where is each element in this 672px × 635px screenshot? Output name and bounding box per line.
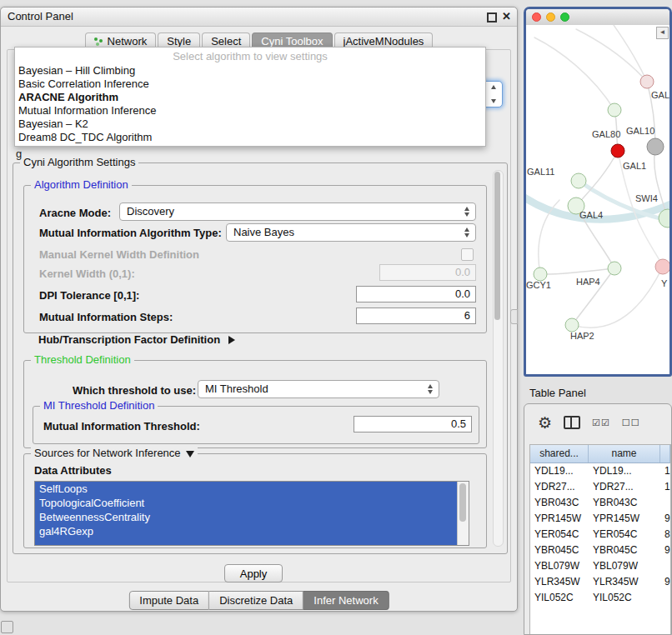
data-attributes-label: Data Attributes	[34, 464, 112, 477]
table-row[interactable]: YIL052CYIL052C	[530, 590, 670, 606]
threshold-definition-title: Threshold Definition	[31, 353, 134, 366]
manual-kernel-checkbox[interactable]	[461, 248, 474, 261]
control-panel-window: Control Panel ✕ NetworkStyleSelectCyni T…	[0, 7, 518, 612]
table-cell: YBL079W	[530, 558, 589, 574]
collapsed-panel-icon[interactable]	[1, 621, 13, 633]
network-node[interactable]	[611, 144, 624, 158]
covered-label-fragment: g	[16, 148, 22, 160]
mi-threshold-group-title: MI Threshold Definition	[40, 399, 158, 412]
table-cell: YLR345W	[589, 574, 660, 590]
dropdown-item-mutual-information-inference[interactable]: Mutual Information Inference	[15, 104, 485, 118]
node-label: Y	[661, 278, 668, 288]
node-table: shared...name YDL19...YDL19...13YDR27...…	[529, 444, 671, 634]
node-label: HAP4	[576, 277, 600, 287]
settings-scroll-thumb[interactable]	[494, 172, 500, 320]
column-header-name[interactable]: name	[589, 445, 660, 462]
table-toolbar: ⚙ ☑☑ ☐☐	[524, 408, 640, 438]
which-threshold-value: MI Threshold	[205, 381, 268, 398]
node-label: GAL80	[592, 129, 620, 139]
network-node[interactable]	[655, 259, 669, 274]
dropdown-item-bayesian-k2[interactable]: Bayesian – K2	[15, 118, 485, 131]
table-cell: YIL052C	[530, 590, 589, 606]
table-row[interactable]: YDR27...YDR27...12	[530, 479, 670, 495]
list-scrollbar[interactable]	[457, 482, 469, 545]
network-node[interactable]	[608, 262, 621, 275]
dpi-tolerance-field[interactable]: 0.0	[356, 286, 476, 302]
threshold-definition-group: Threshold Definition Which threshold to …	[23, 360, 487, 448]
network-window-titlebar	[526, 9, 669, 26]
mi-steps-field[interactable]: 6	[356, 308, 476, 324]
attribute-item-gal4rgexp[interactable]: gal4RGexp	[35, 524, 469, 538]
apply-button[interactable]: Apply	[224, 564, 283, 582]
table-row[interactable]: YBL079WYBL079W	[530, 558, 670, 574]
panel-resize-handle[interactable]	[510, 309, 518, 324]
kernel-width-field[interactable]: 0.0	[379, 264, 476, 281]
table-row[interactable]: YLR345WYLR345W9.	[530, 574, 670, 590]
dropdown-item-bayesian-hill-climbing[interactable]: Bayesian – Hill Climbing	[15, 64, 485, 78]
network-node[interactable]	[608, 103, 621, 117]
node-label: HAP2	[570, 331, 594, 341]
attribute-item-partial[interactable]	[35, 538, 469, 545]
dropdown-item-dream8-dc-tdc-algorithm[interactable]: Dream8 DC_TDC Algorithm	[15, 131, 485, 144]
network-node[interactable]	[571, 173, 586, 188]
close-button[interactable]	[532, 12, 541, 22]
network-edge	[534, 38, 614, 110]
control-panel-titlebar: Control Panel ✕	[1, 8, 517, 27]
close-icon[interactable]: ✕	[502, 8, 511, 26]
table-row[interactable]: YER054CYER054C8.	[530, 527, 670, 542]
table-cell	[660, 558, 670, 574]
aracne-mode-select[interactable]: Discovery	[119, 202, 476, 221]
mi-threshold-field[interactable]: 0.5	[354, 416, 472, 432]
table-cell: YPR145W	[589, 511, 660, 527]
network-node[interactable]	[647, 138, 664, 155]
column-header-extra[interactable]	[660, 445, 670, 462]
table-cell: YDL19...	[530, 463, 589, 479]
network-canvas[interactable]: GALGAL80GAL10GAL11GAL1SWI4GAL4GCY1HAP4YH…	[526, 25, 669, 374]
select-all-icon[interactable]: ☑☑	[592, 418, 610, 428]
network-view-window: GALGAL80GAL10GAL11GAL1SWI4GAL4GCY1HAP4YH…	[524, 7, 672, 377]
tab-label: Style	[167, 35, 191, 48]
tab-discretize-data[interactable]: Discretize Data	[209, 591, 303, 610]
node-label: GAL	[651, 90, 669, 100]
attribute-item-selfloops[interactable]: SelfLoops	[35, 482, 469, 496]
table-row[interactable]: YBR045CYBR045C9.	[530, 542, 670, 558]
table-row[interactable]: YDL19...YDL19...13	[530, 463, 670, 479]
hub-definition-toggle[interactable]: Hub/Transcription Factor Definition	[38, 333, 235, 346]
table-cell: 9.	[660, 542, 670, 558]
tab-infer-network[interactable]: Infer Network	[303, 591, 389, 610]
network-node[interactable]	[565, 318, 579, 332]
which-threshold-select[interactable]: MI Threshold	[198, 380, 439, 398]
node-label: SWI4	[635, 193, 658, 203]
attribute-item-topologicalcoefficient[interactable]: TopologicalCoefficient	[35, 496, 469, 510]
settings-scrollbar[interactable]	[493, 170, 504, 547]
zoom-button[interactable]	[560, 12, 569, 22]
scroll-arrow-icon[interactable]: ◄	[656, 27, 669, 39]
sources-title[interactable]: Sources for Network Inference	[31, 447, 198, 459]
attributes-list[interactable]: SelfLoopsTopologicalCoefficientBetweenne…	[34, 481, 469, 546]
algorithm-dropdown-list: Select algorithm to view settings Bayesi…	[14, 47, 486, 147]
tab-impute-data[interactable]: Impute Data	[128, 591, 209, 610]
mi-steps-label: Mutual Information Steps:	[39, 311, 173, 323]
table-row[interactable]: YPR145WYPR145W9.	[530, 511, 670, 527]
table-cell: YBR045C	[589, 542, 660, 558]
attribute-item-betweennesscentrality[interactable]: BetweennessCentrality	[35, 510, 469, 524]
dropdown-item-basic-correlation-inference[interactable]: Basic Correlation Inference	[15, 78, 485, 91]
list-scroll-thumb[interactable]	[459, 483, 466, 522]
deselect-all-icon[interactable]: ☐☐	[622, 418, 640, 428]
column-visibility-icon[interactable]	[564, 416, 580, 429]
dpi-tolerance-label: DPI Tolerance [0,1]:	[39, 289, 139, 302]
dropdown-item-aracne-algorithm[interactable]: ARACNE Algorithm	[15, 91, 485, 104]
mi-type-select[interactable]: Naive Bayes	[226, 223, 476, 242]
table-row[interactable]: YBR043CYBR043C	[530, 495, 670, 511]
network-node[interactable]	[534, 268, 547, 281]
network-node[interactable]	[640, 75, 654, 88]
column-header-shared[interactable]: shared...	[530, 445, 589, 462]
network-edge	[614, 25, 647, 82]
table-cell: 13	[660, 463, 670, 479]
minimize-button[interactable]	[546, 12, 555, 22]
table-cell: YBR043C	[589, 495, 660, 511]
sources-title-label: Sources for Network Inference	[34, 447, 181, 459]
gear-icon[interactable]: ⚙	[538, 415, 552, 431]
float-window-icon[interactable]	[487, 12, 497, 22]
combo-arrows-icon	[424, 382, 437, 396]
